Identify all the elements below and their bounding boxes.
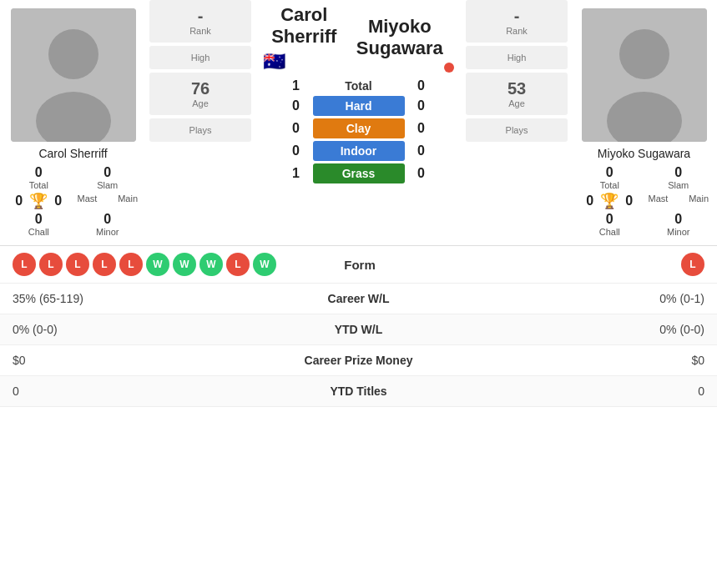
left-total-stat: 0 Total xyxy=(8,165,69,190)
left-flag: 🇦🇺 xyxy=(263,51,285,73)
right-age-label: Age xyxy=(474,98,559,108)
career-label-2: Career Prize Money xyxy=(267,354,451,367)
form-pill-w: W xyxy=(199,253,223,276)
left-total-score: 1 xyxy=(280,78,313,93)
left-plays-card: Plays xyxy=(149,118,251,142)
left-main-value: 0 xyxy=(54,193,62,209)
left-total-label: Total xyxy=(8,180,69,190)
form-pill-l: L xyxy=(13,253,36,276)
names-header: Carol Sherriff 🇦🇺 Miyoko Sugawara xyxy=(255,0,462,73)
right-age-value: 53 xyxy=(474,79,559,98)
left-mast-label: Mast xyxy=(78,193,98,210)
left-chall-value: 0 xyxy=(8,212,69,227)
career-right-1: 0% (0-0) xyxy=(451,323,705,336)
left-slam-stat: 0 Slam xyxy=(78,165,139,190)
svg-point-1 xyxy=(48,29,98,79)
left-avatar-svg xyxy=(11,8,136,142)
right-plays-card: Plays xyxy=(466,118,568,142)
indoor-label[interactable]: Indoor xyxy=(313,141,405,161)
score-row-hard: 0 Hard 0 xyxy=(255,96,462,116)
form-pill-right-l: L xyxy=(681,253,704,276)
right-player-stats: 0 Total 0 Slam 0 🏆 0 Mast Main 0 xyxy=(579,165,709,237)
total-label: Total xyxy=(313,79,405,93)
left-age-card: 76 Age xyxy=(149,73,251,115)
left-slam-value: 0 xyxy=(78,165,139,180)
grass-label[interactable]: Grass xyxy=(313,163,405,183)
right-flag-row xyxy=(346,63,454,73)
form-pill-l: L xyxy=(39,253,63,276)
left-player-avatar xyxy=(11,8,136,142)
hard-label[interactable]: Hard xyxy=(313,96,405,116)
form-pill-l: L xyxy=(66,253,89,276)
form-pill-w: W xyxy=(173,253,196,276)
right-player-section: Miyoko Sugawara 0 Total 0 Slam 0 🏆 0 Mas… xyxy=(571,0,717,245)
right-minor-lbl: Minor xyxy=(649,227,709,237)
left-main-label: Main xyxy=(118,193,138,210)
career-stat-row-1: 0% (0-0) YTD W/L 0% (0-0) xyxy=(0,314,717,345)
left-slam-label: Slam xyxy=(78,180,139,190)
career-left-1: 0% (0-0) xyxy=(13,323,267,336)
career-label-3: YTD Titles xyxy=(267,384,451,398)
career-right-2: $0 xyxy=(451,354,705,367)
right-mast-lbl: Mast xyxy=(649,193,669,210)
right-total-lbl: Total xyxy=(579,180,640,190)
left-mast-value: 0 xyxy=(15,193,23,209)
left-plays-label: Plays xyxy=(158,125,243,135)
svg-point-4 xyxy=(619,29,669,79)
right-minor-stat: 0 Minor xyxy=(649,212,709,237)
left-trophy-icon: 🏆 xyxy=(29,192,48,210)
right-high-card: High xyxy=(466,46,568,69)
right-total-score: 0 xyxy=(405,78,438,93)
left-age-label: Age xyxy=(158,98,243,108)
score-row-total: 1 Total 0 xyxy=(255,78,462,93)
top-section: Carol Sherriff 0 Total 0 Slam 0 🏆 0 Mast xyxy=(0,0,717,245)
right-total-val: 0 xyxy=(579,165,640,180)
left-total-value: 0 xyxy=(8,165,69,180)
left-flag-row: 🇦🇺 xyxy=(263,51,346,73)
right-trophy-icon: 🏆 xyxy=(600,192,619,210)
career-left-3: 0 xyxy=(13,384,267,398)
form-pill-l: L xyxy=(226,253,250,276)
career-right-3: 0 xyxy=(451,384,705,398)
right-clay-score: 0 xyxy=(405,121,438,136)
right-player-name: Miyoko Sugawara xyxy=(598,147,690,160)
left-player-section: Carol Sherriff 0 Total 0 Slam 0 🏆 0 Mast xyxy=(0,0,146,245)
score-row-indoor: 0 Indoor 0 xyxy=(255,141,462,161)
form-pill-w: W xyxy=(253,253,276,276)
left-player-name: Carol Sherriff xyxy=(38,147,107,160)
left-clay-score: 0 xyxy=(280,121,313,136)
right-slam-lbl: Slam xyxy=(649,180,709,190)
middle-section: Carol Sherriff 🇦🇺 Miyoko Sugawara 1 Tota… xyxy=(255,0,462,245)
clay-label[interactable]: Clay xyxy=(313,118,405,138)
left-player-stats: 0 Total 0 Slam 0 🏆 0 Mast Main 0 xyxy=(8,165,138,237)
left-age-value: 76 xyxy=(158,79,243,98)
score-table: 1 Total 0 0 Hard 0 0 Clay 0 0 Indoor xyxy=(255,76,462,186)
right-grass-score: 0 xyxy=(405,166,438,181)
main-container: Carol Sherriff 0 Total 0 Slam 0 🏆 0 Mast xyxy=(0,0,717,407)
form-label: Form xyxy=(276,258,443,272)
right-stats-column: - Rank High 53 Age Plays xyxy=(462,0,571,245)
left-rank-value: - xyxy=(158,7,243,26)
left-minor-stat: 0 Minor xyxy=(78,212,139,237)
right-mast-val: 0 xyxy=(586,193,593,209)
right-main-lbl: Main xyxy=(689,193,709,210)
right-high-label: High xyxy=(474,53,559,63)
career-right-0: 0% (0-1) xyxy=(451,292,705,305)
career-stats: 35% (65-119) Career W/L 0% (0-1) 0% (0-0… xyxy=(0,284,717,407)
left-mast-stat: 0 🏆 0 xyxy=(8,192,69,210)
bottom-section: LLLLLWWWLW Form L 35% (65-119) Career W/… xyxy=(0,245,717,407)
right-chall-val: 0 xyxy=(579,212,640,227)
right-rank-value: - xyxy=(474,7,559,26)
right-indoor-score: 0 xyxy=(405,143,438,158)
left-high-card: High xyxy=(149,46,251,69)
right-mast-main-labels: Mast Main xyxy=(649,193,709,210)
right-main-val: 0 xyxy=(625,193,633,209)
left-chall-label: Chall xyxy=(8,227,69,237)
right-mast-stat: 0 🏆 0 xyxy=(579,192,640,210)
form-pill-w: W xyxy=(146,253,169,276)
career-stat-row-0: 35% (65-119) Career W/L 0% (0-1) xyxy=(0,284,717,314)
left-rank-card: - Rank xyxy=(149,0,251,43)
form-pill-l: L xyxy=(119,253,143,276)
right-chall-stat: 0 Chall xyxy=(579,212,640,237)
right-plays-label: Plays xyxy=(474,125,559,135)
